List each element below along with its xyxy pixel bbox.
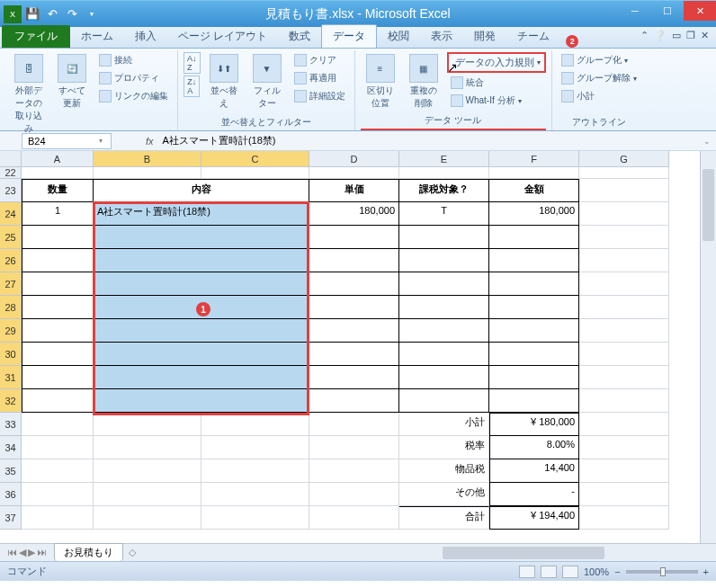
refresh-all-button[interactable]: 🔄すべて 更新 — [52, 52, 92, 137]
cell[interactable] — [309, 167, 399, 179]
whatif-button[interactable]: What-If 分析▾ — [447, 93, 546, 109]
cell[interactable] — [579, 226, 669, 249]
row-header-22[interactable]: 22 — [0, 167, 22, 179]
cell[interactable]: ¥ 194,400 — [489, 506, 579, 530]
cell[interactable]: 小計 — [399, 413, 489, 436]
data-validation-button[interactable]: データの入力規則▾ — [447, 52, 546, 73]
remove-duplicates-button[interactable]: ▦重複の 削除 — [404, 52, 443, 112]
horizontal-scrollbar[interactable] — [430, 546, 700, 560]
cell[interactable]: 単価 — [309, 179, 399, 202]
cell[interactable] — [22, 249, 94, 272]
cell[interactable] — [22, 413, 94, 436]
column-header-E[interactable]: E — [399, 151, 489, 167]
page-break-view-button[interactable] — [562, 566, 578, 578]
zoom-level[interactable]: 100% — [584, 566, 609, 577]
undo-icon[interactable]: ↶ — [43, 5, 61, 23]
cell[interactable] — [489, 366, 579, 389]
cell[interactable] — [489, 343, 579, 366]
tab-insert[interactable]: 挿入 — [124, 25, 167, 48]
cells[interactable]: 数量内容単価課税対象？金額1A社スマート置時計(18禁)180,000T180,… — [22, 167, 698, 530]
cell[interactable]: 180,000 — [309, 202, 399, 226]
cell[interactable] — [399, 296, 489, 319]
filter-button[interactable]: ▼フィルター — [247, 52, 287, 114]
save-icon[interactable]: 💾 — [23, 5, 41, 23]
page-layout-view-button[interactable] — [541, 566, 557, 578]
tab-dev[interactable]: 開発 — [463, 25, 506, 48]
name-box[interactable] — [22, 133, 112, 149]
cell[interactable] — [94, 413, 201, 436]
cell[interactable]: 税率 — [399, 436, 489, 459]
cell[interactable] — [579, 366, 669, 389]
cell[interactable] — [489, 296, 579, 319]
advanced-button[interactable]: 詳細設定 — [291, 88, 349, 104]
cell[interactable]: 数量 — [22, 179, 94, 202]
select-all-corner[interactable] — [0, 151, 22, 167]
cell[interactable] — [309, 483, 399, 506]
subtotal-button[interactable]: 小計 — [558, 88, 640, 104]
row-header-37[interactable]: 37 — [0, 506, 22, 530]
row-header-23[interactable]: 23 — [0, 179, 22, 202]
cell[interactable] — [22, 483, 94, 506]
cell[interactable] — [94, 226, 309, 249]
ungroup-button[interactable]: グループ解除▾ — [558, 70, 640, 86]
qat-more-icon[interactable]: ▾ — [83, 5, 101, 23]
minimize-button[interactable]: ─ — [619, 1, 651, 21]
cell[interactable] — [94, 436, 201, 459]
cell[interactable] — [309, 226, 399, 249]
cell[interactable]: 物品税 — [399, 459, 489, 483]
cell[interactable] — [309, 366, 399, 389]
cell[interactable]: ¥ 180,000 — [489, 413, 579, 436]
cell[interactable] — [22, 436, 94, 459]
cell[interactable]: 課税対象？ — [399, 179, 489, 202]
consolidate-button[interactable]: 統合 — [447, 75, 546, 91]
sheet-nav-arrows[interactable]: ⏮◀▶⏭ — [7, 547, 47, 558]
cell[interactable] — [399, 167, 489, 179]
external-data-button[interactable]: 🗄外部データの 取り込み — [9, 52, 49, 137]
cell[interactable] — [399, 272, 489, 296]
zoom-slider[interactable] — [626, 570, 698, 574]
cell[interactable]: 180,000 — [489, 202, 579, 226]
horizontal-scroll-thumb[interactable] — [443, 547, 604, 559]
cell[interactable] — [201, 459, 309, 483]
row-header-34[interactable]: 34 — [0, 436, 22, 459]
maximize-button[interactable]: ☐ — [651, 1, 684, 21]
column-header-D[interactable]: D — [309, 151, 399, 167]
cell[interactable] — [489, 389, 579, 413]
zoom-out-button[interactable]: − — [614, 566, 620, 577]
edit-links-button[interactable]: リンクの編集 — [95, 88, 172, 104]
row-header-25[interactable]: 25 — [0, 226, 22, 249]
cell[interactable] — [399, 343, 489, 366]
row-header-33[interactable]: 33 — [0, 413, 22, 436]
cell[interactable] — [309, 319, 399, 343]
tab-team[interactable]: チーム — [506, 25, 560, 48]
cell[interactable] — [22, 459, 94, 483]
tab-home[interactable]: ホーム — [70, 25, 124, 48]
cell[interactable] — [94, 167, 201, 179]
cell[interactable] — [579, 343, 669, 366]
row-header-26[interactable]: 26 — [0, 249, 22, 272]
normal-view-button[interactable] — [519, 566, 535, 578]
window-min-icon[interactable]: ▭ — [672, 30, 681, 41]
formula-expand-icon[interactable]: ⌄ — [698, 137, 716, 146]
tab-layout[interactable]: ページ レイアウト — [167, 25, 278, 48]
cell[interactable] — [489, 226, 579, 249]
cell[interactable] — [94, 459, 201, 483]
cell[interactable] — [94, 506, 201, 530]
cell[interactable]: T — [399, 202, 489, 226]
row-header-31[interactable]: 31 — [0, 366, 22, 389]
group-button[interactable]: グループ化▾ — [558, 52, 640, 68]
cell[interactable] — [579, 296, 669, 319]
row-header-36[interactable]: 36 — [0, 483, 22, 506]
tab-review[interactable]: 校閲 — [377, 25, 420, 48]
row-header-35[interactable]: 35 — [0, 459, 22, 483]
cell[interactable] — [579, 249, 669, 272]
cell[interactable] — [309, 436, 399, 459]
cell[interactable] — [94, 343, 309, 366]
cell[interactable]: - — [489, 483, 579, 506]
cell[interactable]: 内容 — [94, 179, 309, 202]
cell[interactable] — [309, 343, 399, 366]
cell[interactable] — [309, 249, 399, 272]
cell[interactable] — [579, 389, 669, 413]
vertical-scroll-thumb[interactable] — [703, 169, 714, 241]
row-header-32[interactable]: 32 — [0, 389, 22, 413]
